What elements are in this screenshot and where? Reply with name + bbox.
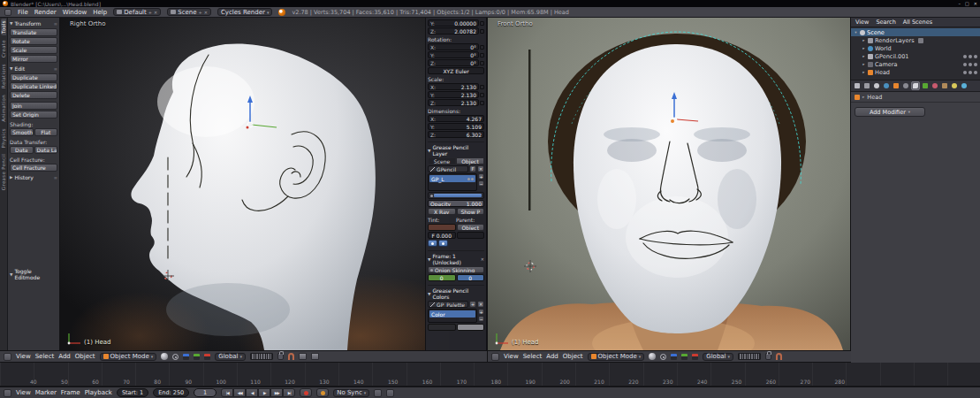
add-color-button[interactable]: + xyxy=(478,309,484,315)
gp-tab-object[interactable]: Object xyxy=(456,157,484,165)
gp-datablock-field[interactable]: GPencil xyxy=(428,165,468,172)
outliner-row-camera[interactable]: ▸ Camera xyxy=(851,60,980,68)
editor-type-icon[interactable] xyxy=(4,353,11,361)
viewport-shading-icon[interactable] xyxy=(649,353,656,360)
viewport-right[interactable]: Front Ortho (1) Head xyxy=(488,18,850,350)
rotation-mode-dropdown[interactable]: XYZ Euler xyxy=(428,67,484,74)
info-editor-icon[interactable] xyxy=(4,9,11,16)
edit-panel-header[interactable]: ▼ Edit ≡ xyxy=(9,64,58,73)
scale-x-field[interactable]: X: 2.130 xyxy=(428,83,479,90)
add-layer-button[interactable]: + xyxy=(478,173,484,180)
view-menu[interactable]: View xyxy=(16,353,31,360)
lock-icon[interactable] xyxy=(480,61,484,65)
current-frame-field[interactable]: 1 xyxy=(194,388,217,397)
rotate-button[interactable]: Rotate xyxy=(10,37,57,45)
data-button[interactable]: Data xyxy=(10,146,34,154)
duplicate-linked-button[interactable]: Duplicate Linked xyxy=(10,82,57,90)
lock-icon[interactable] xyxy=(480,45,484,50)
eye-icon[interactable] xyxy=(467,178,470,180)
select-menu[interactable]: Select xyxy=(35,353,55,360)
cursor-icon[interactable] xyxy=(969,63,972,66)
dimension-y-field[interactable]: Y: 5.109 xyxy=(428,123,484,130)
timeline-frame-menu[interactable]: Frame xyxy=(61,389,80,396)
location-y-field[interactable]: Y: 0.00000 xyxy=(428,19,479,27)
onion-skinning-toggle[interactable]: Onion Skinning xyxy=(428,266,484,273)
maximize-button[interactable]: □ xyxy=(965,0,969,7)
timeline-ruler[interactable]: 4050607080901001101201301401501601701801… xyxy=(0,363,980,387)
add-scene-icon[interactable]: + xyxy=(199,10,202,15)
delete-layout-icon[interactable]: ✕ xyxy=(154,10,157,15)
viewport-shading-icon[interactable] xyxy=(161,353,168,360)
play-button[interactable]: ▶ xyxy=(258,388,270,397)
lock-to-scene-icon[interactable] xyxy=(277,353,284,360)
file-menu[interactable]: File xyxy=(18,9,28,16)
timeline-playback-menu[interactable]: Playback xyxy=(85,389,112,396)
expand-icon[interactable]: ▸ xyxy=(862,46,866,50)
close-button[interactable]: ✕ xyxy=(974,0,977,7)
outliner-row-gpencil[interactable]: ▸ GPencil.001 xyxy=(851,52,980,60)
tab-modifiers[interactable] xyxy=(911,81,920,90)
manipulator-translate-icon[interactable] xyxy=(671,354,677,360)
data-layers-button[interactable]: Data Layers xyxy=(34,146,58,154)
transform-panel-header[interactable]: ▼ Transform ≡ xyxy=(9,19,58,27)
stroke-lock-toggle[interactable] xyxy=(438,240,448,247)
remove-color-button[interactable]: − xyxy=(478,316,484,322)
parent-target-field[interactable] xyxy=(457,232,485,239)
outliner-view-menu[interactable]: View xyxy=(855,19,869,26)
expand-icon[interactable]: ▾ xyxy=(854,30,858,34)
eye-icon[interactable] xyxy=(963,63,967,66)
lock-to-scene-icon[interactable] xyxy=(765,353,771,360)
parent-object-dropdown[interactable]: Object xyxy=(457,224,485,231)
lock-icon[interactable] xyxy=(471,178,474,180)
scale-y-field[interactable]: Y: 2.130 xyxy=(428,91,479,98)
translate-button[interactable]: Translate xyxy=(10,28,57,36)
fill-color-swatch[interactable] xyxy=(457,324,485,331)
timeline-editor[interactable]: 4050607080901001101201301401501601701801… xyxy=(0,363,980,398)
gp-color-row-active[interactable]: Color xyxy=(429,310,475,318)
keying-set-icon[interactable] xyxy=(374,389,382,397)
frame-panel-header[interactable]: ▼ Frame: 1 (Unlocked) ✕ xyxy=(428,250,484,265)
jump-to-end-button[interactable]: ▶| xyxy=(283,388,295,397)
window-menu[interactable]: Window xyxy=(63,9,87,16)
add-menu[interactable]: Add xyxy=(58,353,71,360)
join-button[interactable]: Join xyxy=(10,102,57,110)
timeline-view-menu[interactable]: View xyxy=(16,389,31,396)
previous-keyframe-button[interactable]: ◀◀ xyxy=(233,388,246,397)
layers-widget[interactable] xyxy=(250,353,273,360)
rotation-x-field[interactable]: X: 0° xyxy=(428,43,479,50)
editor-type-icon[interactable] xyxy=(491,353,499,361)
stroke-color-swatch[interactable] xyxy=(428,324,456,331)
tab-material[interactable] xyxy=(931,81,939,90)
lock-icon[interactable] xyxy=(480,101,484,105)
expand-icon[interactable]: ▸ xyxy=(862,70,866,74)
tab-object[interactable] xyxy=(892,81,900,90)
opengl-render-icon[interactable] xyxy=(299,353,307,360)
viewport-right-scene[interactable] xyxy=(488,18,850,350)
expand-icon[interactable]: ▸ xyxy=(862,54,866,58)
keyframe-insert-icon[interactable] xyxy=(386,389,394,397)
shade-smooth-button[interactable]: Smooth xyxy=(10,128,34,136)
close-icon[interactable]: ✕ xyxy=(481,256,484,262)
start-frame-field[interactable]: Start: 1 xyxy=(117,388,148,397)
tab-relations[interactable]: Relations xyxy=(1,62,6,90)
tab-scene[interactable] xyxy=(872,81,881,90)
manipulator-rotate-icon[interactable] xyxy=(194,354,200,360)
gp-layer-row-active[interactable]: GP_L xyxy=(429,175,475,182)
object-menu[interactable]: Object xyxy=(75,353,95,360)
manipulator-scale-icon[interactable] xyxy=(692,354,698,360)
onion-before-field[interactable]: 0 xyxy=(428,274,456,281)
layers-widget[interactable] xyxy=(738,353,761,360)
dimension-z-field[interactable]: Z: 6.302 xyxy=(428,131,484,138)
tab-particles[interactable] xyxy=(950,81,959,90)
expand-icon[interactable]: ▸ xyxy=(862,62,866,66)
end-frame-field[interactable]: End: 250 xyxy=(153,388,189,397)
tab-physics[interactable] xyxy=(960,81,969,90)
shade-flat-button[interactable]: Flat xyxy=(34,128,58,136)
layer-blend-slider[interactable] xyxy=(434,194,482,197)
tab-data[interactable] xyxy=(921,81,930,90)
tab-constraints[interactable] xyxy=(901,81,910,90)
snap-magnet-icon[interactable] xyxy=(288,353,294,360)
scale-button[interactable]: Scale xyxy=(10,46,57,54)
mirror-button[interactable]: Mirror xyxy=(10,55,57,63)
add-palette-button[interactable]: + xyxy=(469,301,476,308)
